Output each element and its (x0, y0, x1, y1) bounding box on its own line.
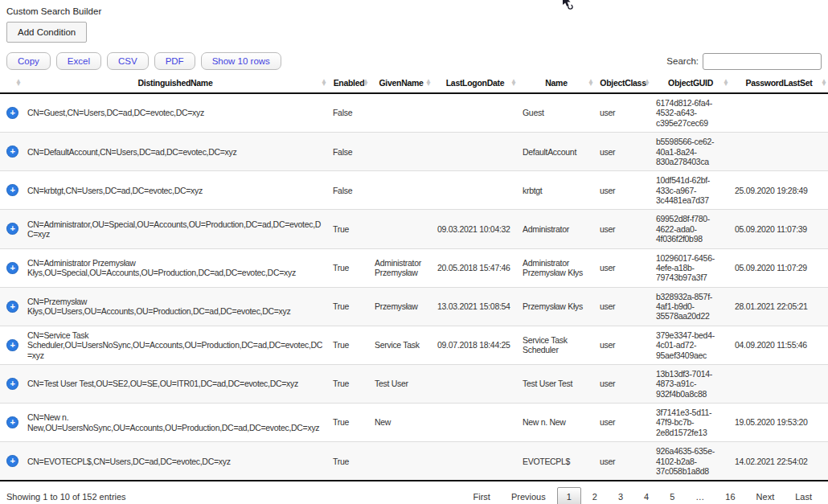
cell-distinguishedname: CN=New n. New,OU=UsersNoSync,OU=Accounts… (23, 404, 328, 442)
cell-lastlogondate: 09.03.2021 10:04:32 (432, 210, 518, 248)
column-header[interactable]: DistinguishedName▲▼ (23, 73, 328, 93)
mouse-cursor-icon (560, 0, 573, 10)
page-button[interactable]: 3 (609, 487, 633, 504)
table-row: + CN=Administrator,OU=Special,OU=Account… (0, 210, 828, 248)
cell-objectguid: b5598566-ce62-40a1-8a24-830a278403ca (651, 133, 730, 171)
cell-objectguid: 10296017-6456-4efe-a18b-79743b97a3f7 (651, 248, 730, 287)
column-header[interactable]: ObjectClass▲▼ (595, 73, 651, 93)
column-header[interactable]: PasswordLastSet▲▼ (730, 73, 828, 93)
expand-row-icon[interactable]: + (6, 262, 18, 274)
sort-arrows-icon[interactable]: ▲▼ (425, 80, 432, 87)
cell-objectclass: user (595, 287, 651, 326)
page-button[interactable]: Previous (502, 487, 555, 504)
expand-row-icon[interactable]: + (6, 107, 18, 119)
expand-row-icon[interactable]: + (6, 184, 18, 196)
cell-lastlogondate (432, 171, 518, 210)
cell-enabled: True (328, 326, 370, 364)
cell-name: EVOTECPL$ (518, 442, 595, 481)
table-header: ▲▼ DistinguishedName▲▼ Enabled▲▼ GivenNa… (0, 73, 828, 93)
export-button[interactable]: PDF (154, 52, 195, 70)
export-button[interactable]: Excel (56, 52, 101, 70)
sort-arrows-icon[interactable]: ▲▼ (588, 80, 594, 87)
cell-lastlogondate: 13.03.2021 15:08:54 (432, 287, 518, 326)
cell-distinguishedname: CN=krbtgt,CN=Users,DC=ad,DC=evotec,DC=xy… (23, 171, 328, 210)
expand-row-icon[interactable]: + (6, 339, 18, 351)
add-condition-button[interactable]: Add Condition (6, 22, 87, 43)
page-button[interactable]: 16 (715, 487, 744, 504)
sort-arrows-icon[interactable]: ▲▼ (510, 80, 517, 87)
export-button[interactable]: CSV (107, 52, 149, 70)
expand-row-icon[interactable]: + (6, 223, 18, 235)
column-header[interactable]: ObjectGUID▲▼ (651, 73, 730, 93)
cell-objectguid: 10df541d-62bf-433c-a967-3c4481ea7d37 (651, 171, 730, 210)
cell-lastlogondate (432, 93, 518, 133)
cell-givenname (370, 210, 432, 248)
cell-distinguishedname: CN=Service Task Scheduler,OU=UsersNoSync… (23, 326, 328, 364)
search-input[interactable] (703, 53, 822, 70)
search-container: Search: (666, 53, 822, 70)
expand-row-icon[interactable]: + (6, 378, 18, 390)
sort-arrows-icon[interactable]: ▲▼ (15, 80, 22, 87)
page-button[interactable]: 5 (660, 487, 684, 504)
control-column-header: ▲▼ (0, 73, 23, 93)
expand-row-icon[interactable]: + (6, 145, 18, 158)
cell-objectclass: user (595, 364, 651, 403)
cell-objectguid: 6174d812-6fa4-4532-a643-c395e27cec69 (651, 93, 730, 133)
cell-givenname (370, 171, 432, 210)
cell-givenname (370, 442, 432, 481)
page-button[interactable]: 4 (634, 487, 658, 504)
cell-passwordlastset: 14.02.2021 22:54:02 (730, 442, 828, 481)
page-button[interactable]: 1 (557, 487, 581, 504)
expand-row-icon[interactable]: + (6, 301, 18, 313)
table-row: + CN=EVOTECPL$,CN=Users,DC=ad,DC=evotec,… (0, 442, 828, 481)
cell-name: Administrator Przemysław Kłys (518, 248, 595, 287)
cell-passwordlastset: 05.09.2020 11:07:29 (730, 248, 828, 287)
cell-givenname: Service Task (370, 326, 432, 364)
cell-givenname: Administrator Przemysław (370, 248, 432, 287)
expand-row-icon[interactable]: + (6, 455, 18, 467)
expand-row-icon[interactable]: + (6, 416, 18, 428)
cell-enabled: True (328, 442, 370, 481)
cell-enabled: False (328, 93, 370, 133)
search-label: Search: (666, 56, 699, 66)
cell-passwordlastset (730, 364, 828, 403)
cell-lastlogondate (432, 364, 518, 403)
sort-arrows-icon[interactable]: ▲▼ (321, 80, 327, 87)
cell-name: Test User Test (518, 364, 595, 403)
cell-objectguid: 13b13df3-7014-4873-a91c-932f4b0a8c88 (651, 364, 730, 403)
page-button[interactable]: 2 (583, 487, 607, 504)
page-button[interactable]: First (464, 487, 500, 504)
cell-lastlogondate (432, 133, 518, 171)
cell-name: krbtgt (518, 171, 595, 210)
sort-arrows-icon[interactable]: ▲▼ (723, 80, 729, 87)
page-button[interactable]: … (686, 487, 714, 504)
column-header[interactable]: Name▲▼ (518, 73, 595, 93)
table-row: + CN=Service Task Scheduler,OU=UsersNoSy… (0, 326, 828, 364)
column-header[interactable]: GivenName▲▼ (370, 73, 432, 93)
entries-info: Showing 1 to 10 of 152 entries (6, 492, 126, 502)
export-button[interactable]: Show 10 rows (201, 52, 281, 70)
cell-objectclass: user (595, 248, 651, 287)
cell-lastlogondate: 09.07.2018 18:44:25 (432, 326, 518, 364)
cell-distinguishedname: CN=DefaultAccount,CN=Users,DC=ad,DC=evot… (23, 133, 328, 171)
sort-arrows-icon[interactable]: ▲▼ (363, 80, 369, 87)
table-row: + CN=krbtgt,CN=Users,DC=ad,DC=evotec,DC=… (0, 171, 828, 210)
page-button[interactable]: Last (785, 487, 822, 504)
cell-objectclass: user (595, 442, 651, 481)
sort-arrows-icon[interactable]: ▲▼ (644, 80, 650, 87)
cell-givenname (370, 133, 432, 171)
cell-passwordlastset: 25.09.2020 19:28:49 (730, 171, 828, 210)
cell-givenname: New (370, 404, 432, 442)
export-button[interactable]: Copy (6, 52, 51, 70)
cell-passwordlastset: 05.09.2020 11:07:39 (730, 210, 828, 248)
page-button[interactable]: Next (747, 487, 785, 504)
cell-distinguishedname: CN=Administrator,OU=Special,OU=Accounts,… (23, 210, 328, 248)
cell-distinguishedname: CN=Przemysław Kłys,OU=Users,OU=Accounts,… (23, 287, 328, 326)
sort-arrows-icon[interactable]: ▲▼ (821, 80, 827, 87)
cell-enabled: True (328, 287, 370, 326)
table-row: + CN=Guest,CN=Users,DC=ad,DC=evotec,DC=x… (0, 93, 828, 133)
cell-enabled: True (328, 210, 370, 248)
cell-name: Przemysław Kłys (518, 287, 595, 326)
column-header[interactable]: Enabled▲▼ (328, 73, 370, 93)
column-header[interactable]: LastLogonDate▲▼ (432, 73, 518, 93)
